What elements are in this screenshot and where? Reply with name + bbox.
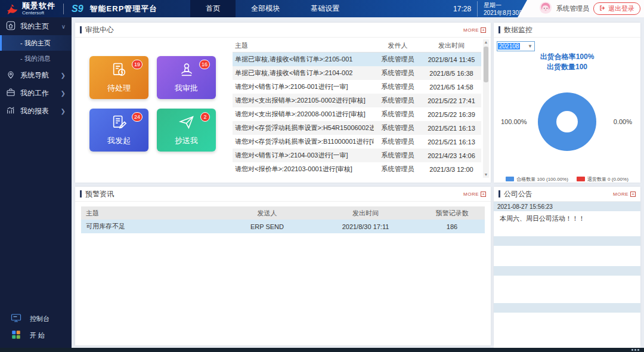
tile-3[interactable]: 2抄送我 — [157, 109, 216, 152]
sidebar-group-label: 我的主页 — [20, 21, 49, 32]
row-subject: 可用库存不足 — [81, 222, 222, 231]
sidebar-subitem-0-1[interactable]: - 我的消息 — [0, 51, 72, 66]
row-subject: 单据已审核,请接收<销售订单>:2105-001 — [233, 55, 374, 64]
col-sender: 发件人 — [374, 41, 422, 50]
approval-row-1[interactable]: 单据已审核,请接收<销售订单>:2104-002系统管理员2021/8/5 16… — [233, 66, 481, 80]
sidebar-group-1[interactable]: 系统导航❯ — [0, 66, 72, 84]
tile-badge: 24 — [132, 112, 143, 122]
chevron-down-icon: ∨ — [61, 23, 66, 30]
row-time: 2021/5/21 16:13 — [422, 125, 481, 132]
tile-1[interactable]: 16我审批 — [157, 56, 216, 99]
top-nav: 首页全部模块基础设置 — [190, 0, 355, 17]
footer-label: 开 始 — [30, 331, 45, 340]
logout-button[interactable]: 退出登录 — [593, 2, 640, 15]
row-count: 186 — [419, 223, 485, 230]
chevron-right-icon: ❯ — [61, 72, 66, 79]
start-icon — [11, 329, 21, 341]
approval-center-panel: 审批中心 MORE + 19待处理16我审批24我发起2抄送我 主题 发件人 发… — [75, 23, 491, 183]
alerts-table: 主题 发送人 发出时间 预警记录数 可用库存不足ERP SEND2021/8/3… — [81, 206, 485, 233]
sidebar-group-2[interactable]: 我的工作❯ — [0, 84, 72, 102]
scroll-up-icon[interactable]: ▲ — [483, 39, 489, 45]
row-sender: 系统管理员 — [374, 165, 422, 174]
clock-date: 星期一 2021年8月30日 — [477, 1, 525, 17]
tile-2[interactable]: 24我发起 — [89, 109, 148, 152]
row-sender: 系统管理员 — [374, 69, 422, 78]
period-select[interactable]: 202108 ▼ — [497, 41, 535, 51]
erp-dashboard: 顺景软件 Centersoft S9 智能ERP管理平台 首页全部模块基础设置 … — [0, 0, 644, 352]
alerts-more-button[interactable]: MORE + — [463, 192, 486, 197]
ship-qty-text: 出货数量100 — [494, 62, 640, 72]
sidebar-group-label: 我的工作 — [20, 88, 49, 98]
sidebar-group-0[interactable]: 我的主页∨ — [0, 17, 72, 35]
col-time: 发出时间 — [422, 41, 481, 50]
legend-swatch — [506, 177, 514, 181]
alerts-header: 预警资讯 MORE + — [75, 187, 491, 202]
sidebar-footer-item-0[interactable]: 控制台 — [0, 310, 72, 327]
approval-row-4[interactable]: 请您对<支出报销单>:202008-0001进行[审核]系统管理员2021/5/… — [233, 107, 481, 121]
briefcase-icon — [6, 88, 16, 99]
row-subject: 请您对<报价单>:202103-0001进行[审核] — [233, 165, 374, 174]
product-title: 智能ERP管理平台 — [90, 4, 158, 14]
approval-more-button[interactable]: MORE + — [463, 27, 486, 33]
alert-row-0[interactable]: 可用库存不足ERP SEND2021/8/30 17:11186 — [81, 220, 485, 233]
approval-center-header: 审批中心 MORE + — [75, 23, 491, 38]
nav-tab-0[interactable]: 首页 — [190, 0, 236, 17]
chart-icon — [6, 106, 16, 117]
approval-row-0[interactable]: 单据已审核,请接收<销售订单>:2105-001系统管理员2021/8/14 1… — [233, 53, 481, 66]
nav-tab-2[interactable]: 基础设置 — [295, 0, 355, 17]
row-sender: 系统管理员 — [374, 110, 422, 119]
announcements-header: 公司公告 MORE + — [494, 187, 640, 202]
approval-row-3[interactable]: 请您对<支出报销单>:202105-0002进行[审核]系统管理员2021/5/… — [233, 94, 481, 107]
row-sender: 系统管理员 — [374, 123, 422, 132]
approval-table-header: 主题 发件人 发出时间 — [233, 39, 481, 53]
panel-accent — [499, 26, 500, 33]
approval-row-6[interactable]: 请您对<存货浮动耗损率设置>:B11000001进行[审核]系统管理员2021/… — [233, 135, 481, 149]
approval-row-7[interactable]: 请您对<销售订单>:2104-003进行[一审]系统管理员2021/4/23 1… — [233, 149, 481, 162]
row-time: 2021/8/14 11:45 — [422, 56, 481, 63]
donut-ring — [538, 92, 596, 151]
sidebar: 我的主页∨- 我的主页- 我的消息系统导航❯我的工作❯我的报表❯控制台开 始 — [0, 17, 72, 352]
announcement-list: 2021-08-27 15:56:23本周六、周日公司活动！！！ — [494, 202, 640, 348]
approval-row-8[interactable]: 请您对<报价单>:202103-0001进行[审核]系统管理员2021/3/3 … — [233, 162, 481, 176]
row-sender: 系统管理员 — [374, 82, 422, 91]
centersoft-logo-icon — [6, 2, 19, 16]
chevron-down-icon: ▼ — [528, 44, 532, 49]
send-icon — [178, 114, 195, 133]
topbar: 顺景软件 Centersoft S9 智能ERP管理平台 首页全部模块基础设置 … — [0, 0, 644, 17]
sidebar-subitem-0-0[interactable]: - 我的主页 — [0, 35, 72, 51]
legend-label: 退货数量 0 (0.00%) — [587, 176, 628, 183]
announcement-content: 本周六、周日公司活动！！！ — [494, 211, 640, 236]
monitor-panel: 数据监控 202108 ▼ 出货合格率100% 出货数量100 100.00% … — [494, 23, 640, 183]
announcement-item-1 — [494, 236, 640, 266]
monitor-metrics: 出货合格率100% 出货数量100 — [494, 52, 640, 72]
monitor-header: 数据监控 — [494, 23, 640, 38]
footer-label: 控制台 — [30, 314, 49, 323]
announcements-more-button[interactable]: MORE + — [613, 192, 636, 197]
tile-0[interactable]: 19待处理 — [89, 56, 148, 99]
row-subject: 请您对<存货浮动耗损率设置>:H54R15006002进行[审核] — [233, 123, 374, 132]
row-subject: 单据已审核,请接收<销售订单>:2104-002 — [233, 69, 374, 78]
avatar[interactable] — [539, 1, 552, 17]
nav-tab-1[interactable]: 全部模块 — [236, 0, 295, 17]
col-sender: 发送人 — [222, 209, 312, 218]
approval-row-2[interactable]: 请您对<销售订单>:2106-001进行[一审]系统管理员2021/6/5 14… — [233, 80, 481, 94]
panel-accent — [499, 190, 500, 197]
scroll-thumb[interactable] — [484, 47, 488, 82]
announcement-item-0[interactable]: 2021-08-27 15:56:23本周六、周日公司活动！！！ — [494, 202, 640, 236]
scroll-down-icon[interactable]: ▼ — [483, 172, 489, 178]
monitor-title: 数据监控 — [504, 25, 532, 35]
clock-time: 17:28 — [453, 5, 471, 13]
panel-accent — [80, 26, 82, 33]
logo-en: Centersoft — [22, 11, 55, 16]
tile-label: 我审批 — [175, 83, 198, 94]
announcement-item-2 — [494, 266, 640, 303]
row-sender: 系统管理员 — [374, 96, 422, 105]
sidebar-group-3[interactable]: 我的报表❯ — [0, 102, 72, 120]
logo-divider — [63, 4, 64, 14]
approval-scrollbar[interactable]: ▲ ▼ — [483, 39, 489, 178]
approval-row-5[interactable]: 请您对<存货浮动耗损率设置>:H54R15006002进行[审核]系统管理员20… — [233, 121, 481, 135]
col-count: 预警记录数 — [419, 209, 485, 218]
sidebar-footer-item-1[interactable]: 开 始 — [0, 327, 72, 344]
announcements-panel: 公司公告 MORE + 2021-08-27 15:56:23本周六、周日公司活… — [494, 187, 640, 345]
announcement-date — [494, 303, 640, 313]
